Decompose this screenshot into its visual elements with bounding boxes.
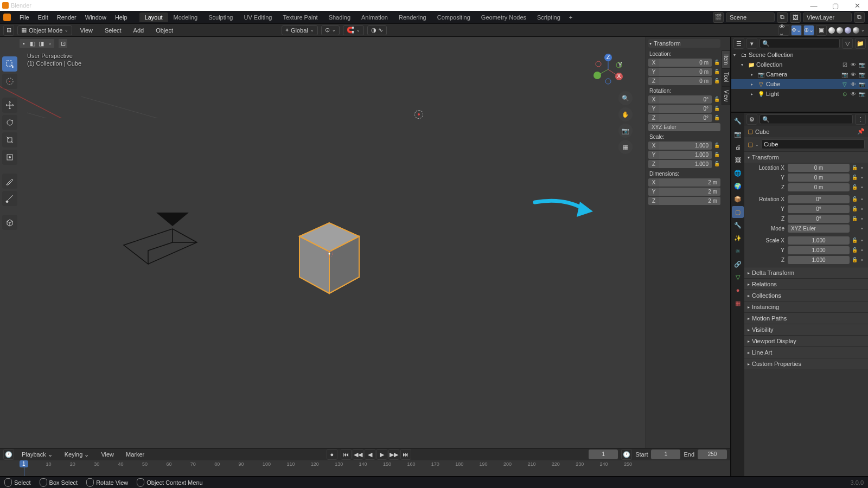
3d-viewport[interactable]: ▪ ◧ ◨ ▫ ⊡ User Perspective (1) Collectio… [0, 37, 730, 448]
ptab-viewlayer[interactable]: 🖼 [732, 154, 744, 166]
props-options-icon[interactable]: ⋮ [855, 114, 866, 125]
prot-mode[interactable]: XYZ Euler [788, 224, 850, 233]
ntab-item[interactable]: Item [722, 50, 730, 68]
selmode-3[interactable]: ◨ [37, 39, 46, 48]
prev-key-icon[interactable]: ◀◀ [353, 449, 363, 460]
dim-x[interactable]: 2 m [659, 178, 720, 187]
selmode-1[interactable]: ▪ [20, 39, 28, 48]
pivot-dropdown[interactable]: ⊙⌄ [321, 25, 340, 35]
vp-menu-view[interactable]: View [75, 25, 97, 35]
play-rev-icon[interactable]: ◀ [365, 449, 375, 460]
props-search[interactable]: 🔍 [760, 114, 853, 124]
autokey-icon[interactable]: ● [327, 449, 337, 460]
scene-new-button[interactable]: ⧉ [777, 12, 788, 23]
prop-transform-header[interactable]: Transform [744, 152, 868, 163]
pscale-x[interactable]: 1.000 [788, 236, 850, 245]
ptab-output[interactable]: 🖨 [732, 141, 744, 153]
sp-instancing[interactable]: Instancing [744, 301, 868, 312]
tab-rendering[interactable]: Rendering [393, 12, 432, 22]
snap-dropdown[interactable]: 🧲⌄ [343, 25, 364, 35]
tab-sculpting[interactable]: Sculpting [203, 12, 238, 22]
tab-modeling[interactable]: Modeling [168, 12, 203, 22]
shading-solid[interactable] [837, 27, 843, 34]
tool-scale[interactable] [2, 132, 17, 147]
tab-texturepaint[interactable]: Texture Paint [277, 12, 323, 22]
tool-measure[interactable] [2, 191, 17, 206]
menu-edit[interactable]: Edit [34, 12, 53, 22]
tool-move[interactable] [2, 98, 17, 113]
scale-z[interactable]: 1.000 [659, 160, 712, 168]
timeline-editor-icon[interactable]: 🕐 [3, 449, 14, 460]
outliner-search[interactable]: 🔍 [760, 38, 840, 48]
tl-keying[interactable]: Keying ⌄ [60, 450, 94, 460]
scale-y[interactable]: 1.000 [659, 151, 712, 159]
ptab-constraints[interactable]: 🔗 [732, 258, 744, 270]
dim-y[interactable]: 2 m [659, 188, 720, 196]
ptab-collection[interactable]: 📦 [732, 193, 744, 205]
editor-type-icon[interactable]: ⊞ [3, 25, 14, 36]
ploc-x[interactable]: 0 m [788, 164, 850, 172]
camera-object[interactable] [118, 213, 200, 267]
orientation-dropdown[interactable]: ⌖ Global ⌄ [282, 25, 318, 35]
loc-x[interactable]: 0 m [659, 59, 712, 67]
tree-collection[interactable]: ▾📁Collection☑👁📷 [731, 60, 868, 69]
ptab-data[interactable]: ▽ [732, 271, 744, 283]
play-icon[interactable]: ▶ [376, 449, 387, 460]
current-frame[interactable]: 1 [589, 450, 618, 459]
ntab-tool[interactable]: Tool [722, 68, 730, 86]
ptab-scene[interactable]: 🌐 [732, 167, 744, 179]
nav-persp-icon[interactable]: ▦ [618, 140, 633, 154]
tab-add[interactable]: + [566, 12, 576, 22]
tree-camera[interactable]: ▸📷Camera📷👁📷 [731, 69, 868, 79]
viewlayer-new-button[interactable]: ⧉ [854, 12, 865, 23]
tab-animation[interactable]: Animation [356, 12, 393, 22]
sp-delta[interactable]: Delta Transform [744, 267, 868, 278]
tab-scripting[interactable]: Scripting [532, 12, 566, 22]
sp-customprops[interactable]: Custom Properties [744, 358, 868, 369]
dim-z[interactable]: 2 m [659, 197, 720, 205]
vp-menu-select[interactable]: Select [100, 25, 126, 35]
sp-visibility[interactable]: Visibility [744, 324, 868, 335]
tl-marker[interactable]: Marker [122, 450, 149, 459]
maximize-button[interactable]: ▢ [825, 0, 846, 11]
ptab-world[interactable]: 🌍 [732, 180, 744, 192]
nav-zoom-icon[interactable]: 🔍 [618, 91, 633, 105]
ploc-z[interactable]: 0 m [788, 183, 850, 191]
object-name-input[interactable] [761, 139, 865, 149]
tl-playback[interactable]: Playback ⌄ [17, 450, 57, 460]
timeline-track[interactable]: 0102030405060708090100110120130140150160… [0, 460, 730, 476]
vp-menu-add[interactable]: Add [129, 25, 149, 35]
shading-preview[interactable] [845, 27, 851, 34]
tool-transform[interactable] [2, 150, 17, 165]
close-button[interactable]: ✕ [846, 0, 868, 11]
selmode-5[interactable]: ⊡ [59, 39, 67, 48]
scene-browse-icon[interactable]: 🎬 [713, 12, 724, 23]
ptab-modifiers[interactable]: 🔧 [732, 219, 744, 231]
blender-icon[interactable] [3, 14, 11, 21]
scale-x[interactable]: 1.000 [659, 142, 712, 150]
outliner-new-collection-icon[interactable]: 📁 [855, 38, 866, 49]
nav-camera-icon[interactable]: 📷 [618, 124, 633, 138]
gizmo-toggle-icon[interactable]: ✥⌄ [791, 25, 802, 36]
prot-z[interactable]: 0° [788, 215, 850, 223]
tool-add-cube[interactable] [2, 215, 17, 230]
tl-view[interactable]: View [97, 450, 118, 459]
vp-menu-object[interactable]: Object [151, 25, 177, 35]
ploc-y[interactable]: 0 m [788, 174, 850, 182]
tab-layout[interactable]: Layout [139, 12, 168, 22]
tree-cube[interactable]: ▸▽Cube▽👁📷 [731, 79, 868, 89]
ptab-particles[interactable]: ✨ [732, 232, 744, 244]
loc-z[interactable]: 0 m [659, 77, 712, 85]
tab-geometrynodes[interactable]: Geometry Nodes [476, 12, 532, 22]
ptab-tool[interactable]: 🔧 [732, 115, 744, 127]
rot-z[interactable]: 0° [659, 114, 712, 122]
rot-x[interactable]: 0° [659, 95, 712, 104]
pscale-z[interactable]: 1.000 [788, 256, 850, 264]
tab-shading[interactable]: Shading [323, 12, 356, 22]
visibility-icon[interactable]: 👁⌄ [778, 25, 789, 36]
viewlayer-browse-icon[interactable]: 🖼 [790, 12, 801, 23]
pscale-y[interactable]: 1.000 [788, 246, 850, 254]
ptab-texture[interactable]: ▦ [732, 297, 744, 309]
xray-toggle[interactable]: ▣ [816, 25, 827, 36]
lock-icon[interactable]: 🔓 [713, 59, 720, 67]
